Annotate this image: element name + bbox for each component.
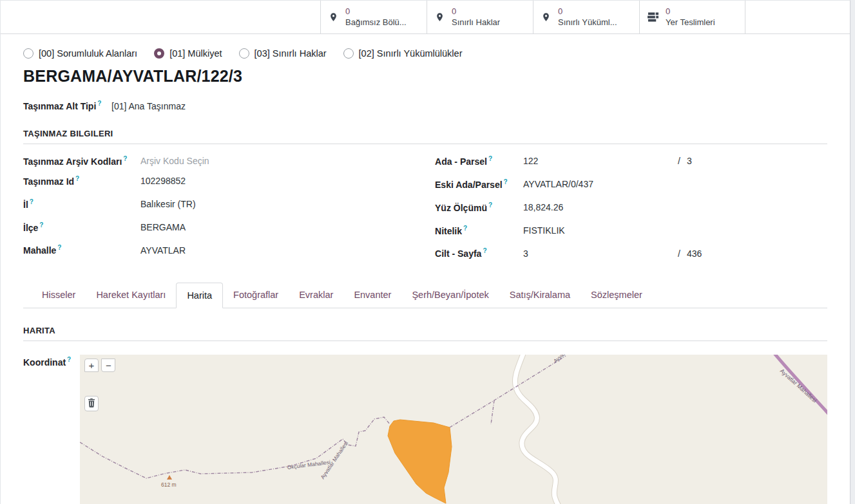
radio-label: [00] Sorumluluk Alanları <box>39 48 137 59</box>
stat-value: 0 <box>452 6 500 17</box>
field-nitelik: Nitelik? FISTIKLIK <box>435 224 827 238</box>
map-canvas[interactable]: 612 m Okçular Mahallesi Ayvatlar Mahalle… <box>80 355 827 504</box>
tab-harita[interactable]: Harita <box>176 283 223 308</box>
help-icon[interactable]: ? <box>57 244 61 251</box>
field-tasinmaz-arsiv-kodlari: Taşınmaz Arşiv Kodları? Arşiv Kodu Seçin <box>23 154 410 168</box>
radio-sorumluluk-alanlari[interactable]: [00] Sorumluluk Alanları <box>23 48 137 59</box>
field-label-koordinat: Koordinat? <box>23 355 80 504</box>
map-tiles: 612 m Okçular Mahallesi Ayvatlar Mahalle… <box>80 355 827 504</box>
stat-button-yer-teslimleri[interactable]: 0 Yer Teslimleri <box>639 1 745 33</box>
notebook-tabs: Hisseler Hareket Kayıtları Harita Fotoğr… <box>23 283 827 308</box>
stat-label: Yer Teslimleri <box>666 17 715 28</box>
help-icon[interactable]: ? <box>75 175 79 182</box>
trash-icon <box>88 398 95 409</box>
tab-sozlesmeler[interactable]: Sözleşmeler <box>581 283 653 308</box>
field-value-placeholder[interactable]: Arşiv Kodu Seçin <box>140 156 209 166</box>
stat-value: 0 <box>558 6 617 17</box>
field-value[interactable]: AYVATLAR/0/437 <box>523 179 593 189</box>
field-label: Cilt - Sayfa? <box>435 247 523 260</box>
help-icon[interactable]: ? <box>39 221 43 229</box>
help-icon[interactable]: ? <box>488 201 492 209</box>
radio-label: [02] Sınırlı Yükümlülükler <box>359 48 463 59</box>
field-tasinmaz-id: Taşınmaz Id? 102298852 <box>23 174 410 188</box>
field-cilt-sayfa: Cilt - Sayfa? 3 / 436 <box>435 247 827 260</box>
field-eski-ada-parsel: Eski Ada/Parsel? AYVATLAR/0/437 <box>435 178 827 191</box>
field-value[interactable]: [01] Ana Taşınmaz <box>111 101 186 111</box>
map-peak-label: 612 m <box>161 481 177 488</box>
stat-value: 0 <box>666 6 715 17</box>
map-road-white <box>515 355 562 504</box>
section-header-harita: HARITA <box>23 326 827 341</box>
tab-hisseler[interactable]: Hisseler <box>32 283 86 308</box>
field-label: Taşınmaz Alt Tipi? <box>23 100 111 111</box>
help-icon[interactable]: ? <box>67 356 71 363</box>
tab-satis-kiralama[interactable]: Satış/Kiralama <box>499 283 581 308</box>
tab-serh-beyan-ipotek[interactable]: Şerh/Beyan/İpotek <box>401 283 499 308</box>
stat-label: Sınırlı Yüküml... <box>558 17 617 28</box>
field-value-sayfa[interactable]: 436 <box>687 248 702 259</box>
zoom-in-button[interactable]: + <box>84 359 99 372</box>
tab-envanter[interactable]: Envanter <box>343 283 401 308</box>
map-parcel-polygon[interactable] <box>388 420 452 503</box>
field-value[interactable]: FISTIKLIK <box>523 225 565 236</box>
help-icon[interactable]: ? <box>123 155 127 162</box>
stat-label: Bağımsız Bölü... <box>345 17 407 28</box>
field-separator: / <box>678 248 680 259</box>
map-boundary-line <box>450 356 566 427</box>
help-icon[interactable]: ? <box>463 225 467 232</box>
help-icon[interactable]: ? <box>483 247 486 254</box>
field-grid: Taşınmaz Arşiv Kodları? Arşiv Kodu Seçin… <box>23 154 827 270</box>
field-value[interactable]: AYVATLAR <box>140 245 186 256</box>
field-label: Taşınmaz Arşiv Kodları? <box>23 154 140 168</box>
field-label: Yüz Ölçümü? <box>435 201 523 214</box>
stat-buttons: 0 Bağımsız Bölü... 0 Sınırlı Haklar <box>320 1 745 33</box>
field-label: Nitelik? <box>435 224 523 238</box>
record-type-radio-group: [00] Sorumluluk Alanları [01] Mülkiyet [… <box>23 48 827 59</box>
field-value[interactable]: 102298852 <box>140 176 186 186</box>
stat-button-sinirli-yukumlulukler[interactable]: 0 Sınırlı Yüküml... <box>533 1 639 33</box>
field-label: İl? <box>23 198 140 211</box>
field-ada-parsel: Ada - Parsel? 122 / 3 <box>435 154 827 168</box>
field-yuz-olcumu: Yüz Ölçümü? 18,824.26 <box>435 201 827 214</box>
field-value-cilt[interactable]: 3 <box>523 248 678 259</box>
field-value-ada[interactable]: 122 <box>523 156 678 166</box>
radio-sinirli-haklar[interactable]: [03] Sınırlı Haklar <box>239 48 327 59</box>
stat-label: Sınırlı Haklar <box>452 17 500 28</box>
radio-sinirli-yukumlulukler[interactable]: [02] Sınırlı Yükümlülükler <box>343 48 463 59</box>
map-label-ayvatlar-top: Ayvatlar <box>553 355 571 364</box>
zoom-out-button[interactable]: − <box>101 359 115 372</box>
field-label: Eski Ada/Parsel? <box>435 178 523 191</box>
map-zoom-controls: + − <box>84 359 115 372</box>
delete-geometry-button[interactable] <box>84 396 99 411</box>
field-ilce: İlçe? BERGAMA <box>23 221 410 234</box>
field-column-right: Ada - Parsel? 122 / 3 Eski Ada/Parsel? A… <box>435 154 827 270</box>
tab-hareket-kayitlari[interactable]: Hareket Kayıtları <box>86 283 176 308</box>
field-value-parsel[interactable]: 3 <box>687 156 692 166</box>
field-label: Taşınmaz Id? <box>23 174 140 188</box>
map-boundary-line <box>491 400 494 424</box>
map-pin-icon <box>541 11 551 23</box>
map-field-row: Koordinat? 612 m <box>23 355 827 504</box>
tab-fotograflar[interactable]: Fotoğraflar <box>223 283 289 308</box>
help-icon[interactable]: ? <box>97 100 101 107</box>
field-value[interactable]: 18,824.26 <box>523 202 563 212</box>
help-icon[interactable]: ? <box>488 155 492 162</box>
stat-button-sinirli-haklar[interactable]: 0 Sınırlı Haklar <box>427 1 533 33</box>
field-value[interactable]: Balıkesir (TR) <box>140 199 196 209</box>
section-header-tasinmaz-bilgileri: TAŞINMAZ BILGILERI <box>23 129 827 144</box>
radio-label: [01] Mülkiyet <box>169 48 222 59</box>
field-il: İl? Balıkesir (TR) <box>23 198 410 211</box>
stat-button-bagimsiz-bolum[interactable]: 0 Bağımsız Bölü... <box>320 1 427 33</box>
field-value[interactable]: BERGAMA <box>140 222 186 232</box>
radio-mulkiyet[interactable]: [01] Mülkiyet <box>154 48 222 59</box>
help-icon[interactable]: ? <box>504 178 508 185</box>
radio-circle-icon <box>154 48 164 59</box>
map-pin-icon <box>435 11 445 23</box>
help-icon[interactable]: ? <box>30 198 34 205</box>
radio-circle-icon <box>239 48 249 59</box>
field-label: Ada - Parsel? <box>435 154 523 168</box>
tab-evraklar[interactable]: Evraklar <box>289 283 343 308</box>
field-tasinmaz-alt-tipi: Taşınmaz Alt Tipi? [01] Ana Taşınmaz <box>23 100 827 111</box>
map-label-ayvatlar-road: Ayvatlar Mahallesi <box>779 368 818 404</box>
field-column-left: Taşınmaz Arşiv Kodları? Arşiv Kodu Seçin… <box>23 154 410 270</box>
